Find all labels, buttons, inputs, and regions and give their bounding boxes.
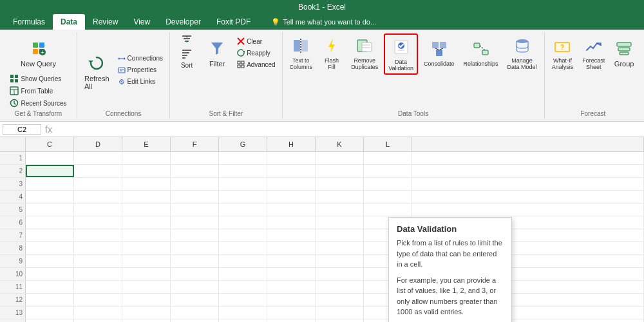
grid-cell[interactable] [219,242,267,254]
grid-cell[interactable] [316,165,364,177]
manage-data-model-button[interactable]: ManageData Model [504,33,540,72]
grid-cell[interactable] [74,294,122,306]
grid-cell[interactable] [267,319,316,322]
text-to-columns-button[interactable]: Text toColumns [287,33,316,72]
edit-links-button[interactable]: Edit Links [115,77,166,87]
grid-cell[interactable] [74,268,122,280]
show-queries-button[interactable]: Show Queries [7,73,69,84]
grid-cell[interactable] [26,319,74,322]
grid-cell[interactable] [74,319,122,322]
reapply-button[interactable]: Reapply [234,48,278,58]
refresh-all-button[interactable]: RefreshAll [81,51,113,92]
tell-me-bar[interactable]: 💡 Tell me what you want to do... [271,18,376,26]
grid-cell[interactable] [364,191,412,203]
grid-cell[interactable] [316,191,364,203]
grid-cell[interactable] [171,294,219,306]
grid-cell[interactable] [219,216,267,229]
grid-cell[interactable] [122,165,171,177]
grid-cell[interactable] [316,204,364,216]
grid-cell[interactable] [171,281,219,293]
grid-cell[interactable] [316,319,364,322]
grid-cell[interactable] [267,255,316,267]
grid-cell[interactable] [171,152,219,164]
consolidate-button[interactable]: Consolidate [421,33,458,72]
grid-cell[interactable] [219,268,267,280]
grid-cell[interactable] [74,307,122,319]
grid-cell[interactable] [122,268,171,280]
grid-cell[interactable] [74,242,122,254]
grid-cell[interactable] [219,165,267,177]
grid-cell[interactable] [316,229,364,242]
grid-cell[interactable] [171,165,219,177]
tab-data[interactable]: Data [53,14,85,30]
connections-button[interactable]: Connections [115,53,166,64]
grid-cell[interactable] [364,165,412,177]
grid-cell[interactable] [122,191,171,203]
sort-button[interactable]: Sort [174,45,200,71]
grid-cell[interactable] [316,242,364,254]
grid-cell[interactable] [219,307,267,319]
grid-cell[interactable] [122,152,171,164]
grid-cell[interactable] [74,165,122,177]
grid-cell[interactable] [171,319,219,322]
grid-cell[interactable] [267,178,316,190]
grid-cell[interactable] [122,178,171,190]
properties-button[interactable]: Properties [115,65,166,75]
tab-developer[interactable]: Developer [158,14,209,30]
grid-cell[interactable] [171,229,219,242]
grid-cell[interactable] [74,229,122,242]
grid-cell[interactable] [171,268,219,280]
grid-cell[interactable] [74,191,122,203]
grid-cell[interactable] [26,152,74,164]
tab-formulas[interactable]: Formulas [5,14,53,30]
grid-cell[interactable] [316,281,364,293]
recent-sources-button[interactable]: Recent Sources [7,97,69,109]
grid-cell[interactable] [26,294,74,306]
grid-cell[interactable] [26,216,74,229]
grid-cell[interactable] [267,268,316,280]
grid-cell[interactable] [122,307,171,319]
grid-cell[interactable] [267,229,316,242]
grid-cell[interactable] [267,281,316,293]
grid-cell[interactable] [316,178,364,190]
grid-cell[interactable] [26,178,74,190]
grid-cell[interactable] [74,216,122,229]
grid-cell[interactable] [171,255,219,267]
grid-cell[interactable] [219,319,267,322]
grid-cell[interactable] [316,216,364,229]
grid-cell[interactable] [26,165,74,177]
tab-foxit[interactable]: Foxit PDF [209,14,258,30]
grid-cell[interactable] [122,242,171,254]
grid-cell[interactable] [316,152,364,164]
grid-cell[interactable] [26,204,74,216]
grid-cell[interactable] [267,242,316,254]
grid-cell[interactable] [122,204,171,216]
name-box[interactable] [3,124,41,135]
grid-cell[interactable] [26,268,74,280]
grid-cell[interactable] [74,204,122,216]
grid-cell[interactable] [219,294,267,306]
forecast-sheet-button[interactable]: ForecastSheet [579,33,608,72]
grid-cell[interactable] [122,216,171,229]
grid-cell[interactable] [26,281,74,293]
grid-cell[interactable] [26,229,74,242]
grid-cell[interactable] [122,319,171,322]
data-validation-button[interactable]: DataValidation [384,33,418,75]
grid-cell[interactable] [267,294,316,306]
what-if-analysis-button[interactable]: ? What-IfAnalysis [549,33,577,72]
grid-cell[interactable] [316,294,364,306]
grid-cell[interactable] [316,307,364,319]
relationships-button[interactable]: Relationships [460,33,502,72]
grid-cell[interactable] [122,281,171,293]
grid-cell[interactable] [219,152,267,164]
grid-cell[interactable] [171,307,219,319]
grid-cell[interactable] [267,152,316,164]
remove-duplicates-button[interactable]: RemoveDuplicates [348,33,381,72]
clear-button[interactable]: Clear [234,36,278,46]
grid-cell[interactable] [364,152,412,164]
new-query-button[interactable]: + New Query [7,33,69,72]
grid-cell[interactable] [26,191,74,203]
grid-cell[interactable] [219,204,267,216]
grid-cell[interactable] [267,216,316,229]
grid-cell[interactable] [364,178,412,190]
